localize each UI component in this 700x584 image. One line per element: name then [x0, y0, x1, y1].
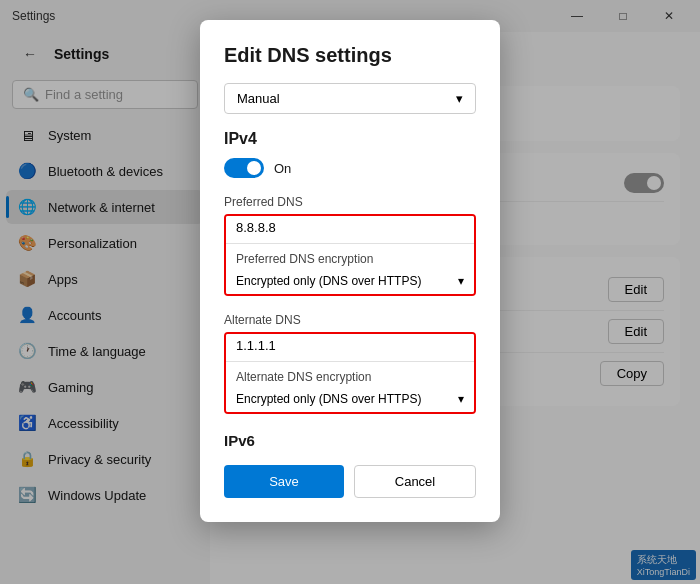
ipv4-toggle-label: On — [274, 161, 291, 176]
dropdown-chevron-icon: ▾ — [456, 91, 463, 106]
ipv4-toggle[interactable] — [224, 158, 264, 178]
preferred-encryption-value: Encrypted only (DNS over HTTPS) — [236, 274, 421, 288]
preferred-dns-label: Preferred DNS — [224, 192, 476, 210]
ipv4-toggle-row: On — [224, 158, 476, 178]
cancel-button[interactable]: Cancel — [354, 465, 476, 498]
alternate-encryption-chevron-icon: ▾ — [458, 392, 464, 406]
save-button[interactable]: Save — [224, 465, 344, 498]
preferred-dns-input[interactable] — [226, 216, 474, 244]
mode-dropdown[interactable]: Manual ▾ — [224, 83, 476, 114]
alternate-dns-input[interactable] — [226, 334, 474, 362]
alternate-dns-group: Alternate DNS encryption Encrypted only … — [224, 332, 476, 414]
preferred-encryption-chevron-icon: ▾ — [458, 274, 464, 288]
mode-dropdown-label: Manual — [237, 91, 280, 106]
preferred-dns-group: Preferred DNS encryption Encrypted only … — [224, 214, 476, 296]
ipv4-title: IPv4 — [224, 130, 476, 148]
alternate-encryption-value: Encrypted only (DNS over HTTPS) — [236, 392, 421, 406]
alternate-encryption-dropdown[interactable]: Encrypted only (DNS over HTTPS) ▾ — [226, 386, 474, 412]
preferred-encryption-dropdown[interactable]: Encrypted only (DNS over HTTPS) ▾ — [226, 268, 474, 294]
alternate-encryption-label: Alternate DNS encryption — [226, 362, 474, 386]
edit-dns-modal: Edit DNS settings Manual ▾ IPv4 On Prefe… — [200, 20, 500, 522]
preferred-encryption-label: Preferred DNS encryption — [226, 244, 474, 268]
modal-title: Edit DNS settings — [224, 44, 476, 67]
alternate-dns-label: Alternate DNS — [224, 310, 476, 328]
modal-overlay: Edit DNS settings Manual ▾ IPv4 On Prefe… — [0, 0, 700, 584]
modal-footer: Save Cancel — [224, 465, 476, 498]
ipv6-title: IPv6 — [224, 428, 476, 449]
